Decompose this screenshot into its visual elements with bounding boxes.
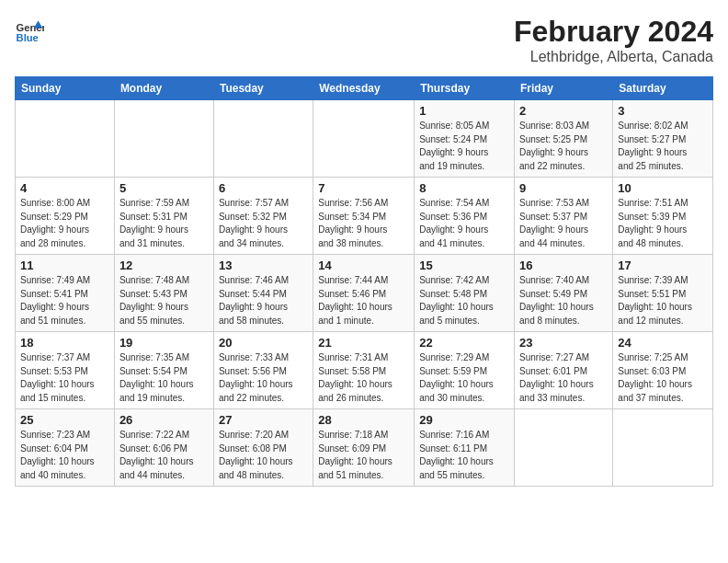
calendar-cell: 12Sunrise: 7:48 AM Sunset: 5:43 PM Dayli… — [114, 255, 213, 332]
day-number: 18 — [20, 336, 109, 350]
calendar-cell: 22Sunrise: 7:29 AM Sunset: 5:59 PM Dayli… — [415, 332, 515, 409]
calendar-cell: 23Sunrise: 7:27 AM Sunset: 6:01 PM Dayli… — [515, 332, 613, 409]
day-info: Sunrise: 7:29 AM Sunset: 5:59 PM Dayligh… — [419, 351, 509, 405]
day-info: Sunrise: 7:48 AM Sunset: 5:43 PM Dayligh… — [119, 274, 209, 327]
day-number: 11 — [20, 259, 109, 272]
location: Lethbridge, Alberta, Canada — [514, 49, 713, 65]
calendar-week-row: 18Sunrise: 7:37 AM Sunset: 5:53 PM Dayli… — [16, 332, 713, 409]
day-info: Sunrise: 7:54 AM Sunset: 5:36 PM Dayligh… — [419, 197, 509, 250]
calendar-cell: 20Sunrise: 7:33 AM Sunset: 5:56 PM Dayli… — [213, 332, 313, 409]
day-of-week-header: Thursday — [415, 77, 515, 100]
calendar-cell: 19Sunrise: 7:35 AM Sunset: 5:54 PM Dayli… — [114, 332, 213, 409]
day-number: 22 — [419, 336, 509, 350]
day-info: Sunrise: 8:00 AM Sunset: 5:29 PM Dayligh… — [20, 197, 109, 250]
day-info: Sunrise: 7:46 AM Sunset: 5:44 PM Dayligh… — [219, 274, 308, 327]
logo: General Blue General Blue — [15, 15, 44, 44]
calendar-week-row: 11Sunrise: 7:49 AM Sunset: 5:41 PM Dayli… — [16, 255, 713, 332]
day-info: Sunrise: 7:20 AM Sunset: 6:08 PM Dayligh… — [219, 429, 308, 482]
calendar-table: SundayMondayTuesdayWednesdayThursdayFrid… — [15, 76, 713, 487]
day-of-week-header: Sunday — [16, 77, 115, 100]
calendar-cell: 28Sunrise: 7:18 AM Sunset: 6:09 PM Dayli… — [313, 409, 415, 487]
day-number: 13 — [219, 259, 308, 272]
calendar-cell: 25Sunrise: 7:23 AM Sunset: 6:04 PM Dayli… — [16, 409, 115, 487]
calendar-cell: 1Sunrise: 8:05 AM Sunset: 5:24 PM Daylig… — [415, 100, 515, 178]
logo-icon: General Blue — [15, 15, 44, 44]
day-number: 4 — [20, 181, 109, 195]
day-info: Sunrise: 8:02 AM Sunset: 5:27 PM Dayligh… — [618, 120, 708, 173]
calendar-cell: 15Sunrise: 7:42 AM Sunset: 5:48 PM Dayli… — [415, 255, 515, 332]
day-info: Sunrise: 7:49 AM Sunset: 5:41 PM Dayligh… — [20, 274, 109, 327]
calendar-cell: 5Sunrise: 7:59 AM Sunset: 5:31 PM Daylig… — [114, 178, 213, 255]
day-number: 16 — [519, 259, 608, 272]
calendar-cell — [515, 409, 613, 487]
calendar-cell: 4Sunrise: 8:00 AM Sunset: 5:29 PM Daylig… — [16, 178, 115, 255]
calendar-cell: 11Sunrise: 7:49 AM Sunset: 5:41 PM Dayli… — [16, 255, 115, 332]
day-info: Sunrise: 7:44 AM Sunset: 5:46 PM Dayligh… — [318, 274, 409, 327]
day-info: Sunrise: 7:51 AM Sunset: 5:39 PM Dayligh… — [618, 197, 708, 250]
day-info: Sunrise: 7:31 AM Sunset: 5:58 PM Dayligh… — [318, 351, 409, 405]
day-info: Sunrise: 8:05 AM Sunset: 5:24 PM Dayligh… — [419, 120, 509, 173]
day-number: 7 — [318, 181, 409, 195]
day-info: Sunrise: 7:53 AM Sunset: 5:37 PM Dayligh… — [519, 197, 608, 250]
calendar-cell: 27Sunrise: 7:20 AM Sunset: 6:08 PM Dayli… — [213, 409, 313, 487]
calendar-cell — [16, 100, 115, 178]
calendar-cell: 17Sunrise: 7:39 AM Sunset: 5:51 PM Dayli… — [613, 255, 713, 332]
day-number: 28 — [318, 413, 409, 427]
day-number: 29 — [419, 413, 509, 427]
calendar-header-row: SundayMondayTuesdayWednesdayThursdayFrid… — [16, 77, 713, 100]
day-number: 2 — [519, 104, 608, 118]
calendar-cell: 10Sunrise: 7:51 AM Sunset: 5:39 PM Dayli… — [613, 178, 713, 255]
calendar-cell: 7Sunrise: 7:56 AM Sunset: 5:34 PM Daylig… — [313, 178, 415, 255]
day-number: 21 — [318, 336, 409, 350]
day-number: 26 — [119, 413, 209, 427]
day-number: 5 — [119, 181, 209, 195]
day-number: 3 — [618, 104, 708, 118]
day-of-week-header: Monday — [114, 77, 213, 100]
calendar-week-row: 4Sunrise: 8:00 AM Sunset: 5:29 PM Daylig… — [16, 178, 713, 255]
calendar-cell: 14Sunrise: 7:44 AM Sunset: 5:46 PM Dayli… — [313, 255, 415, 332]
day-number: 9 — [519, 181, 608, 195]
day-number: 6 — [219, 181, 308, 195]
day-info: Sunrise: 7:37 AM Sunset: 5:53 PM Dayligh… — [20, 351, 109, 405]
calendar-week-row: 25Sunrise: 7:23 AM Sunset: 6:04 PM Dayli… — [16, 409, 713, 487]
calendar-cell: 6Sunrise: 7:57 AM Sunset: 5:32 PM Daylig… — [213, 178, 313, 255]
day-info: Sunrise: 8:03 AM Sunset: 5:25 PM Dayligh… — [519, 120, 608, 173]
calendar-cell: 3Sunrise: 8:02 AM Sunset: 5:27 PM Daylig… — [613, 100, 713, 178]
calendar-cell: 16Sunrise: 7:40 AM Sunset: 5:49 PM Dayli… — [515, 255, 613, 332]
month-year: February 2024 — [514, 15, 713, 49]
day-number: 23 — [519, 336, 608, 350]
calendar-cell: 18Sunrise: 7:37 AM Sunset: 5:53 PM Dayli… — [16, 332, 115, 409]
day-number: 1 — [419, 104, 509, 118]
day-info: Sunrise: 7:18 AM Sunset: 6:09 PM Dayligh… — [318, 429, 409, 482]
day-number: 20 — [219, 336, 308, 350]
day-info: Sunrise: 7:59 AM Sunset: 5:31 PM Dayligh… — [119, 197, 209, 250]
calendar-cell: 21Sunrise: 7:31 AM Sunset: 5:58 PM Dayli… — [313, 332, 415, 409]
day-number: 14 — [318, 259, 409, 272]
day-number: 8 — [419, 181, 509, 195]
title-block: February 2024 Lethbridge, Alberta, Canad… — [514, 15, 713, 65]
calendar-cell — [313, 100, 415, 178]
day-info: Sunrise: 7:23 AM Sunset: 6:04 PM Dayligh… — [20, 429, 109, 482]
calendar-cell: 2Sunrise: 8:03 AM Sunset: 5:25 PM Daylig… — [515, 100, 613, 178]
calendar-cell: 26Sunrise: 7:22 AM Sunset: 6:06 PM Dayli… — [114, 409, 213, 487]
calendar-cell: 13Sunrise: 7:46 AM Sunset: 5:44 PM Dayli… — [213, 255, 313, 332]
day-info: Sunrise: 7:35 AM Sunset: 5:54 PM Dayligh… — [119, 351, 209, 405]
calendar-cell — [213, 100, 313, 178]
day-info: Sunrise: 7:16 AM Sunset: 6:11 PM Dayligh… — [419, 429, 509, 482]
calendar-cell: 29Sunrise: 7:16 AM Sunset: 6:11 PM Dayli… — [415, 409, 515, 487]
calendar-week-row: 1Sunrise: 8:05 AM Sunset: 5:24 PM Daylig… — [16, 100, 713, 178]
day-number: 12 — [119, 259, 209, 272]
day-info: Sunrise: 7:39 AM Sunset: 5:51 PM Dayligh… — [618, 274, 708, 327]
calendar-cell: 9Sunrise: 7:53 AM Sunset: 5:37 PM Daylig… — [515, 178, 613, 255]
day-of-week-header: Saturday — [613, 77, 713, 100]
day-number: 25 — [20, 413, 109, 427]
day-of-week-header: Tuesday — [213, 77, 313, 100]
day-of-week-header: Friday — [515, 77, 613, 100]
calendar-cell: 24Sunrise: 7:25 AM Sunset: 6:03 PM Dayli… — [613, 332, 713, 409]
day-info: Sunrise: 7:57 AM Sunset: 5:32 PM Dayligh… — [219, 197, 308, 250]
day-number: 10 — [618, 181, 708, 195]
day-info: Sunrise: 7:42 AM Sunset: 5:48 PM Dayligh… — [419, 274, 509, 327]
day-info: Sunrise: 7:56 AM Sunset: 5:34 PM Dayligh… — [318, 197, 409, 250]
page-header: General Blue General Blue February 2024 … — [15, 15, 713, 65]
day-info: Sunrise: 7:40 AM Sunset: 5:49 PM Dayligh… — [519, 274, 608, 327]
